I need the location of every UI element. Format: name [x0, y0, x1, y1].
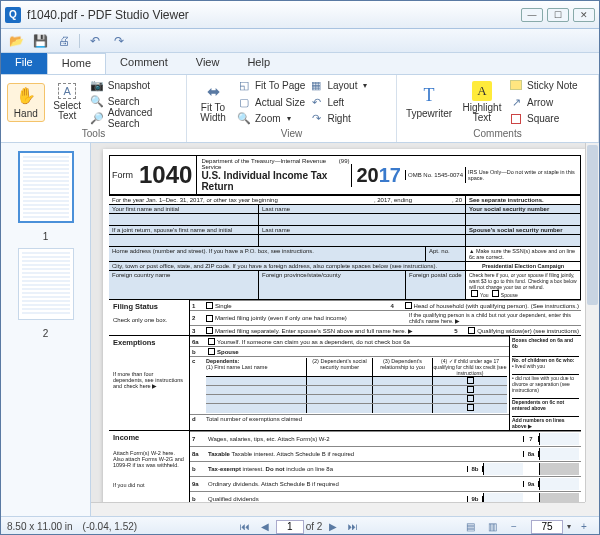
hand-icon: ✋ — [16, 86, 36, 106]
thumbnail-page-2[interactable] — [18, 248, 74, 320]
document-viewport[interactable]: Form 1040 Department of the Treasury—Int… — [91, 143, 599, 516]
ribbon: ✋ Hand A Select Text 📷Snapshot 🔍Search 🔎… — [1, 75, 599, 143]
thumbnail-panel: 1 2 — [1, 143, 91, 516]
advanced-search-tool[interactable]: 🔎Advanced Search — [90, 109, 180, 127]
rotate-left-button[interactable]: ↶Left — [309, 94, 367, 111]
tools-group-label: Tools — [7, 127, 180, 140]
snapshot-icon: 📷 — [90, 78, 104, 92]
scroll-thumb[interactable] — [587, 145, 598, 305]
prev-page-button[interactable]: ◀ — [256, 520, 274, 534]
snapshot-tool[interactable]: 📷Snapshot — [90, 77, 180, 93]
arrow-icon: ↗ — [509, 95, 523, 109]
search-icon: 🔍 — [90, 94, 104, 108]
main-area: 1 2 Form 1040 Department of the Treasury… — [1, 143, 599, 516]
thumbnail-2-label: 2 — [43, 328, 49, 339]
comments-group-label: Comments — [403, 127, 592, 140]
arrow-tool[interactable]: ↗Arrow — [509, 94, 578, 111]
ribbon-tabs: File Home Comment View Help — [1, 53, 599, 75]
actual-size-button[interactable]: ▢Actual Size — [237, 94, 305, 111]
zoom-out-button[interactable]: − — [505, 520, 523, 534]
last-page-button[interactable]: ⏭ — [344, 520, 362, 534]
square-tool[interactable]: Square — [509, 110, 578, 127]
square-icon — [509, 112, 523, 126]
vertical-scrollbar[interactable] — [585, 143, 599, 516]
horizontal-scrollbar[interactable] — [91, 502, 585, 516]
maximize-button[interactable]: ☐ — [547, 8, 569, 22]
rotate-right-button[interactable]: ↷Right — [309, 110, 367, 127]
page-navigation: ⏮ ◀ of 2 ▶ ⏭ — [236, 520, 363, 534]
select-text-icon: A — [58, 83, 76, 99]
fit-width-label: Fit To Width — [200, 103, 226, 123]
pdf-page: Form 1040 Department of the Treasury—Int… — [103, 149, 587, 516]
window-title: f1040.pdf - PDF Studio Viewer — [27, 8, 521, 22]
fit-width-button[interactable]: ⬌ Fit To Width — [193, 81, 233, 123]
minimize-button[interactable]: — — [521, 8, 543, 22]
view-mode-icon[interactable]: ▤ — [461, 520, 479, 534]
first-page-button[interactable]: ⏮ — [236, 520, 254, 534]
undo-icon[interactable]: ↶ — [86, 32, 104, 50]
status-bar: 8.50 x 11.00 in (-0.04, 1.52) ⏮ ◀ of 2 ▶… — [1, 516, 599, 535]
fit-page-icon: ◱ — [237, 78, 251, 92]
actual-size-icon: ▢ — [237, 95, 251, 109]
title-bar: Q f1040.pdf - PDF Studio Viewer — ☐ ✕ — [1, 1, 599, 29]
ribbon-group-view: ⬌ Fit To Width ◱Fit To Page ▢Actual Size… — [187, 75, 397, 142]
page-total: of 2 — [306, 521, 323, 532]
tab-help[interactable]: Help — [233, 53, 284, 74]
redo-icon[interactable]: ↷ — [110, 32, 128, 50]
form-number: 1040 — [135, 161, 196, 189]
zoom-button[interactable]: 🔍Zoom▾ — [237, 110, 305, 127]
sticky-note-icon — [509, 78, 523, 92]
tab-file[interactable]: File — [1, 53, 47, 74]
zoom-in-button[interactable]: + — [575, 520, 593, 534]
print-icon[interactable]: 🖨 — [55, 32, 73, 50]
typewriter-tool[interactable]: T Typewriter — [403, 86, 455, 119]
open-icon[interactable]: 📂 — [7, 32, 25, 50]
advanced-search-icon: 🔎 — [90, 111, 104, 125]
rotate-left-icon: ↶ — [309, 95, 323, 109]
form-header: Form 1040 Department of the Treasury—Int… — [109, 155, 581, 195]
layout-button[interactable]: ▦Layout▾ — [309, 77, 367, 94]
page-dimensions: 8.50 x 11.00 in — [7, 521, 73, 532]
layout-mode-icon[interactable]: ▥ — [483, 520, 501, 534]
select-text-label: Select Text — [53, 101, 81, 121]
highlight-tool[interactable]: A Highlight Text — [459, 81, 505, 123]
typewriter-label: Typewriter — [406, 108, 452, 119]
rotate-right-icon: ↷ — [309, 112, 323, 126]
thumbnail-page-1[interactable] — [18, 151, 74, 223]
fit-page-button[interactable]: ◱Fit To Page — [237, 77, 305, 94]
highlight-label: Highlight Text — [463, 103, 502, 123]
hand-label: Hand — [14, 108, 38, 119]
sticky-note-tool[interactable]: Sticky Note — [509, 77, 578, 94]
tab-comment[interactable]: Comment — [106, 53, 182, 74]
ribbon-group-comments: T Typewriter A Highlight Text Sticky Not… — [397, 75, 599, 142]
zoom-input[interactable] — [531, 520, 563, 534]
next-page-button[interactable]: ▶ — [324, 520, 342, 534]
save-icon[interactable]: 💾 — [31, 32, 49, 50]
layout-icon: ▦ — [309, 78, 323, 92]
view-group-label: View — [193, 127, 390, 140]
window-controls: — ☐ ✕ — [521, 8, 595, 22]
ribbon-group-tools: ✋ Hand A Select Text 📷Snapshot 🔍Search 🔎… — [1, 75, 187, 142]
close-button[interactable]: ✕ — [573, 8, 595, 22]
fit-width-icon: ⬌ — [203, 81, 223, 101]
hand-tool[interactable]: ✋ Hand — [7, 83, 45, 122]
tab-view[interactable]: View — [182, 53, 234, 74]
scroll-corner — [585, 502, 599, 516]
select-text-tool[interactable]: A Select Text — [49, 83, 86, 121]
highlight-icon: A — [472, 81, 492, 101]
quick-access-toolbar: 📂 💾 🖨 ↶ ↷ — [1, 29, 599, 53]
cursor-coords: (-0.04, 1.52) — [83, 521, 137, 532]
page-number-input[interactable] — [276, 520, 304, 534]
thumbnail-1-label: 1 — [43, 231, 49, 242]
app-icon: Q — [5, 7, 21, 23]
zoom-icon: 🔍 — [237, 112, 251, 126]
tab-home[interactable]: Home — [47, 53, 106, 74]
typewriter-icon: T — [419, 86, 439, 106]
